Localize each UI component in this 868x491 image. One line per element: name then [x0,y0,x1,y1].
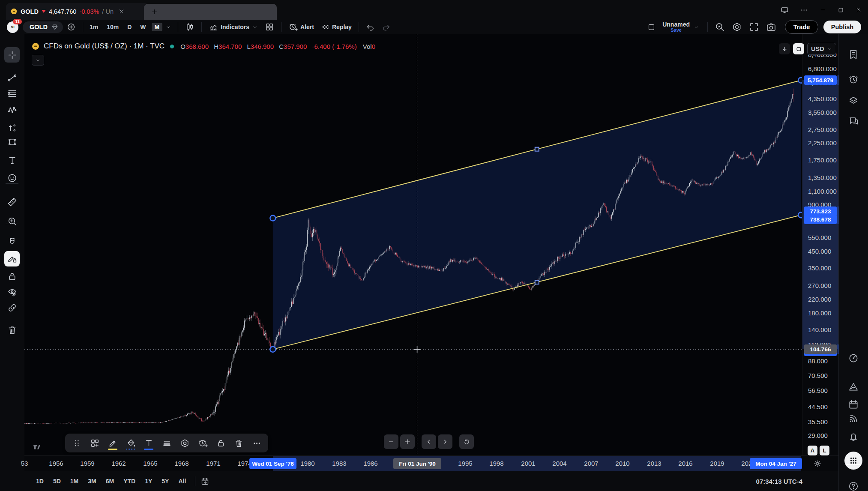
chart-area[interactable]: CFDs on Gold (US$ / OZ) · 1M · TVC O368.… [24,34,802,455]
range-6m[interactable]: 6M [102,476,118,486]
replay-button[interactable]: Replay [317,21,355,33]
avatar[interactable]: VI11 [7,21,18,33]
channel-mid-handle[interactable] [535,147,539,151]
chart-style-button[interactable] [182,22,198,32]
crosshair-tool[interactable] [4,47,20,63]
scroll-right-button[interactable] [438,434,452,449]
time-axis[interactable]: 5319561959196219651968197119741980198319… [24,455,838,472]
add-alert-button[interactable] [195,435,211,451]
auto-scale-button[interactable]: A [808,446,817,455]
scroll-left-button[interactable] [422,434,436,449]
scroll-to-recent-button[interactable] [779,43,790,54]
zoom-in-button[interactable] [400,434,415,449]
sync-drawings-tool[interactable] [4,300,20,315]
projection-tool[interactable] [4,120,20,135]
maximize-pane-button[interactable] [793,43,804,54]
interval-D[interactable]: D [124,23,135,31]
fib-retracement-tool[interactable] [4,86,20,101]
alerts-button[interactable] [846,72,861,87]
compare-add-button[interactable] [63,22,79,32]
watchlist-button[interactable] [846,47,861,62]
remove-drawings-tool[interactable] [4,322,20,338]
alert-button[interactable]: Alert [285,21,317,33]
object-tree-button[interactable] [846,93,861,108]
text-color-button[interactable] [141,435,157,451]
fullscreen-icon[interactable] [745,22,763,32]
line-color-button[interactable] [105,435,121,451]
hide-all-drawings-tool[interactable] [4,284,20,299]
more-button[interactable] [248,435,265,451]
chat-button[interactable] [846,114,861,128]
screener-button[interactable] [846,351,861,365]
drawing-mode-lock-tool[interactable] [4,251,20,266]
settings-button[interactable] [177,435,193,451]
cast-icon[interactable] [781,6,789,14]
range-5y[interactable]: 5Y [158,476,173,486]
text-tool[interactable] [4,153,20,168]
legend-collapse-button[interactable] [32,55,44,66]
range-ytd[interactable]: YTD [120,476,139,486]
channel-anchor-handle[interactable] [270,216,275,221]
new-tab-area[interactable] [144,4,277,20]
symbol-search[interactable]: GOLD [23,21,63,33]
channel-anchor-handle[interactable] [798,78,802,83]
zoom-out-button[interactable] [384,434,398,449]
layout-save[interactable]: Unnamed Save [662,21,690,33]
notifications-button[interactable] [846,429,861,443]
pattern-tool[interactable] [4,102,20,117]
publish-button[interactable]: Publish [823,21,861,33]
range-5d[interactable]: 5D [49,476,65,486]
ideas-button[interactable] [846,380,861,394]
channel-anchor-handle[interactable] [270,347,275,352]
minimize-icon[interactable] [819,6,826,14]
help-button[interactable] [846,479,861,491]
indicator-templates-button[interactable] [261,22,278,32]
settings-gear-icon[interactable] [728,22,745,32]
indicators-button[interactable]: Indicators [205,21,261,33]
extensions-icon[interactable] [800,6,808,14]
range-1m[interactable]: 1M [66,476,82,486]
channel-mid-handle[interactable] [535,280,539,284]
currency-dropdown[interactable]: USD [807,43,836,55]
multichart-layout-icon[interactable] [647,23,655,31]
interval-M[interactable]: M [152,23,163,31]
trend-line-tool[interactable] [4,70,20,85]
quick-search-icon[interactable] [711,22,728,32]
range-1d[interactable]: 1D [32,476,48,486]
undo-button[interactable] [362,23,378,32]
range-3m[interactable]: 3M [84,476,100,486]
magnet-tool[interactable] [4,234,20,250]
snapshot-camera-icon[interactable] [763,22,780,32]
axis-settings-gear-icon[interactable] [813,459,822,468]
delete-button[interactable] [230,435,247,451]
zoom-in-tool[interactable] [4,213,20,229]
maximize-icon[interactable] [838,7,844,13]
interval-W[interactable]: W [137,23,149,31]
go-to-date-icon[interactable] [201,477,210,486]
log-scale-button[interactable]: L [820,446,829,455]
layout-chevron-icon[interactable] [693,24,700,30]
redo-button[interactable] [378,23,394,32]
tab-close-icon[interactable] [118,8,125,15]
interval-1m[interactable]: 1m [87,23,101,31]
lock-button[interactable] [213,435,229,451]
price-axis[interactable]: 8,400.0006,800.0005,500.0004,350.0003,55… [802,34,839,455]
drag-handle[interactable] [69,435,85,451]
line-width-button[interactable] [159,435,175,451]
range-all[interactable]: All [174,476,190,486]
chart-legend[interactable]: CFDs on Gold (US$ / OZ) · 1M · TVC O368.… [31,42,375,51]
interval-10m[interactable]: 10m [104,23,122,31]
trade-button[interactable]: Trade [785,20,818,34]
shapes-tool[interactable] [4,134,20,150]
channel-anchor-handle[interactable] [798,212,802,218]
calendar-button[interactable] [846,397,861,412]
interval-chevron-icon[interactable] [165,24,172,30]
close-window-icon[interactable] [855,6,862,13]
new-tab-plus-icon[interactable] [151,8,158,15]
reset-chart-button[interactable] [459,434,474,449]
lock-all-drawings-tool[interactable] [4,269,20,284]
legend-title[interactable]: CFDs on Gold (US$ / OZ) · 1M · TVC [44,42,165,51]
apps-grid-button[interactable] [844,452,862,470]
chart-tab[interactable]: GOLD 4,647.760 -0.03% / Un [6,3,148,20]
template-button[interactable] [87,435,103,451]
